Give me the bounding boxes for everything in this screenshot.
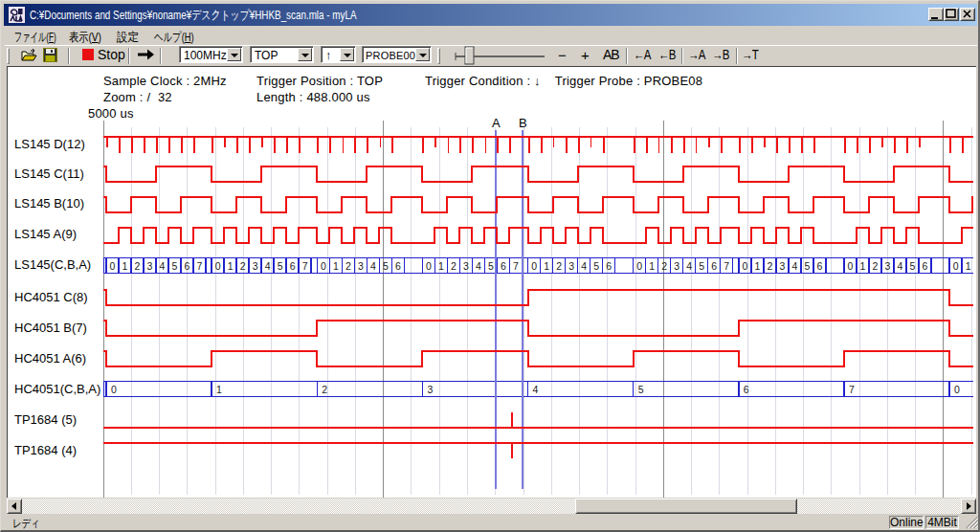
- svg-text:5: 5: [488, 260, 494, 272]
- svg-text:0: 0: [321, 260, 326, 272]
- svg-text:3: 3: [147, 260, 153, 272]
- svg-text:4: 4: [160, 260, 166, 272]
- svg-text:3: 3: [674, 260, 679, 272]
- svg-text:0: 0: [215, 260, 221, 272]
- svg-text:3: 3: [779, 260, 785, 272]
- svg-text:1: 1: [544, 260, 549, 272]
- svg-text:0: 0: [742, 260, 747, 272]
- svg-text:7: 7: [197, 260, 203, 272]
- svg-text:1: 1: [966, 260, 971, 272]
- svg-text:2: 2: [322, 384, 327, 395]
- svg-text:4: 4: [533, 384, 539, 395]
- svg-text:0: 0: [426, 260, 432, 272]
- svg-text:4: 4: [581, 260, 587, 272]
- svg-text:3: 3: [358, 260, 364, 272]
- svg-text:2: 2: [661, 260, 667, 272]
- svg-text:6: 6: [501, 260, 506, 272]
- svg-text:2: 2: [451, 260, 457, 272]
- svg-text:3: 3: [568, 260, 574, 272]
- svg-text:1: 1: [438, 260, 444, 272]
- svg-text:0: 0: [110, 260, 116, 272]
- svg-text:2: 2: [873, 260, 879, 272]
- svg-text:6: 6: [606, 260, 612, 272]
- svg-text:5: 5: [278, 260, 283, 272]
- svg-text:5: 5: [804, 260, 810, 272]
- svg-text:2: 2: [767, 260, 772, 272]
- svg-text:6: 6: [923, 260, 928, 272]
- svg-text:7: 7: [849, 384, 855, 395]
- svg-text:2: 2: [556, 260, 562, 272]
- svg-text:5: 5: [172, 260, 178, 272]
- svg-text:2: 2: [240, 260, 246, 272]
- svg-text:4: 4: [791, 260, 797, 272]
- svg-text:2: 2: [135, 260, 141, 272]
- svg-text:3: 3: [463, 260, 469, 272]
- svg-text:3: 3: [885, 260, 891, 272]
- svg-text:4: 4: [476, 260, 481, 272]
- svg-text:1: 1: [649, 260, 655, 272]
- svg-text:1: 1: [122, 260, 128, 272]
- svg-text:7: 7: [302, 260, 308, 272]
- svg-text:0: 0: [953, 260, 959, 272]
- svg-text:1: 1: [333, 260, 339, 272]
- svg-text:1: 1: [216, 384, 222, 395]
- svg-text:5: 5: [593, 260, 599, 272]
- svg-text:4: 4: [898, 260, 903, 272]
- svg-text:5: 5: [699, 260, 704, 272]
- svg-text:4: 4: [370, 260, 376, 272]
- svg-text:6: 6: [744, 384, 749, 395]
- svg-text:1: 1: [860, 260, 866, 272]
- svg-text:3: 3: [427, 384, 433, 395]
- svg-text:6: 6: [816, 260, 822, 272]
- svg-text:7: 7: [724, 260, 729, 272]
- svg-text:1: 1: [754, 260, 760, 272]
- svg-text:2: 2: [345, 260, 351, 272]
- svg-text:3: 3: [253, 260, 258, 272]
- svg-text:6: 6: [290, 260, 296, 272]
- svg-text:0: 0: [531, 260, 537, 272]
- svg-text:0: 0: [954, 384, 960, 395]
- svg-text:5: 5: [910, 260, 916, 272]
- svg-text:0: 0: [636, 260, 642, 272]
- svg-text:5: 5: [638, 384, 644, 395]
- svg-text:6: 6: [395, 260, 401, 272]
- svg-text:4: 4: [265, 260, 271, 272]
- svg-text:7: 7: [513, 260, 519, 272]
- svg-text:0: 0: [848, 260, 854, 272]
- svg-text:1: 1: [228, 260, 234, 272]
- svg-text:4: 4: [686, 260, 692, 272]
- svg-text:5: 5: [383, 260, 389, 272]
- svg-text:6: 6: [711, 260, 717, 272]
- svg-text:6: 6: [185, 260, 190, 272]
- svg-text:0: 0: [111, 384, 117, 395]
